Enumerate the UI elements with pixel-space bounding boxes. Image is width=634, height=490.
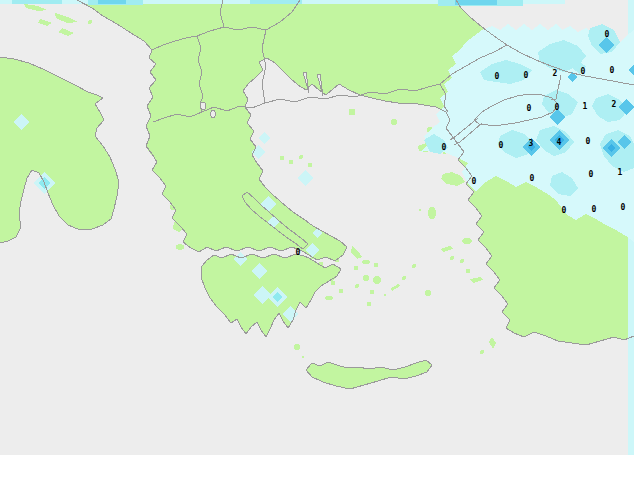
precip-value-label: 1 (583, 102, 588, 111)
precip-value-label: 0 (499, 141, 504, 150)
weather-map-page: 00020000120034000010000 Precipitation[mm… (0, 0, 634, 490)
precip-value-label: 0 (495, 72, 500, 81)
precipitation-map: 00020000120034000010000 (0, 0, 634, 455)
lake-prespa (211, 111, 216, 118)
precip-value-label: 0 (581, 67, 586, 76)
precip-value-label: 0 (296, 248, 301, 257)
precip-value-label: 0 (605, 30, 610, 39)
precip-value-label: 4 (557, 138, 562, 147)
precip-value-label: 2 (553, 69, 558, 78)
precip-value-label: 0 (524, 71, 529, 80)
precip-value-label: 3 (529, 139, 534, 148)
precip-value-label: 0 (442, 143, 447, 152)
precip-value-label: 0 (555, 103, 560, 112)
precip-value-label: 1 (618, 168, 623, 177)
precip-value-label: 0 (472, 177, 477, 186)
precip-value-label: 0 (586, 137, 591, 146)
precip-value-label: 0 (530, 174, 535, 183)
legend-footer: Precipitation[mm]ECMWF 0.10.512510152025… (0, 455, 634, 490)
precip-value-label: 0 (589, 170, 594, 179)
precip-value-label: 0 (562, 206, 567, 215)
precip-value-label: 0 (592, 205, 597, 214)
precip-value-label: 0 (527, 104, 532, 113)
precip-value-label: 2 (612, 100, 617, 109)
precip-value-label: 0 (610, 66, 615, 75)
precip-value-label: 0 (621, 203, 626, 212)
